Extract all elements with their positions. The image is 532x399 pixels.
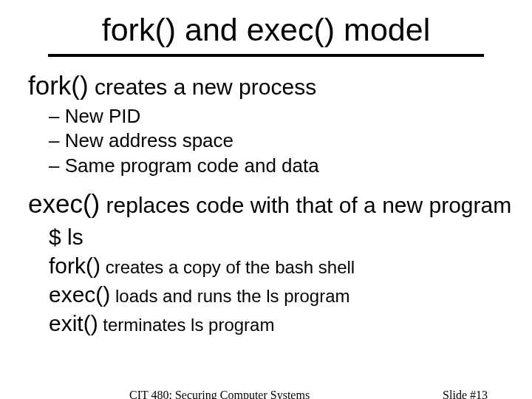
heading-mono: exec() [28, 189, 100, 218]
desc-text: loads and runs the ls program [110, 286, 349, 306]
code-text: fork() [49, 253, 100, 278]
list-item: Same program code and data [49, 154, 517, 178]
code-text: exit() [49, 311, 98, 335]
footer-slide-number: Slide #13 [443, 389, 488, 399]
list-item: New address space [49, 129, 517, 153]
list-item: exit() terminates ls program [49, 309, 517, 338]
desc-text: creates a copy of the bash shell [100, 257, 355, 277]
slide-title: fork() and exec() model [0, 0, 532, 54]
desc-text: terminates ls program [98, 315, 275, 335]
exec-list: $ ls fork() creates a copy of the bash s… [28, 222, 517, 338]
title-rule [48, 54, 484, 57]
fork-list: New PID New address space Same program c… [28, 104, 517, 178]
heading-text: creates a new process [89, 75, 316, 99]
list-item: fork() creates a copy of the bash shell [49, 251, 517, 280]
list-item: $ ls [49, 222, 517, 251]
section-heading-fork: fork() creates a new process [28, 70, 517, 101]
code-text: $ ls [49, 225, 83, 249]
heading-text: replaces code with that of a new program [100, 193, 511, 217]
code-text: exec() [49, 282, 110, 307]
heading-mono: fork() [28, 71, 89, 100]
list-item: New PID [49, 104, 517, 129]
footer-course: CIT 480: Securing Computer Systems [129, 389, 310, 399]
section-heading-exec: exec() replaces code with that of a new … [28, 188, 517, 219]
slide-body: fork() creates a new process New PID New… [0, 70, 532, 338]
list-item: exec() loads and runs the ls program [49, 280, 517, 309]
slide: fork() and exec() model fork() creates a… [0, 0, 532, 399]
